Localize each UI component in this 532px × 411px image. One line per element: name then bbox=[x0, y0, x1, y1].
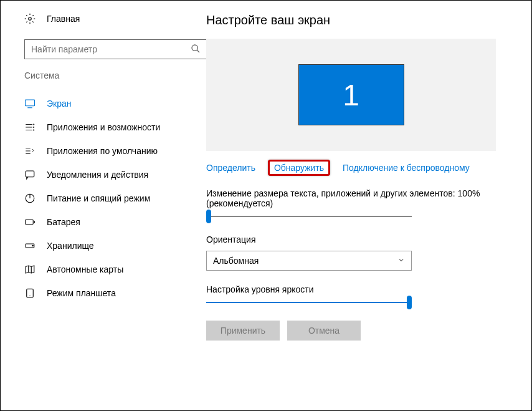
sidebar-item-battery[interactable]: Батарея bbox=[24, 210, 194, 234]
battery-icon bbox=[24, 216, 36, 228]
svg-line-2 bbox=[197, 50, 199, 52]
category-header: Система bbox=[24, 70, 194, 80]
search-input[interactable] bbox=[31, 44, 191, 54]
nav-label: Хранилище bbox=[47, 241, 94, 251]
svg-rect-14 bbox=[26, 171, 34, 177]
tablet-icon bbox=[24, 288, 36, 299]
nav-label: Приложения по умолчанию bbox=[47, 146, 158, 156]
sidebar-item-tablet[interactable]: Режим планшета bbox=[24, 281, 194, 305]
sidebar-item-apps[interactable]: Приложения и возможности bbox=[24, 115, 194, 139]
scaling-label: Изменение размера текста, приложений и д… bbox=[206, 188, 519, 208]
nav-label: Батарея bbox=[47, 217, 80, 227]
display-preview[interactable]: 1 bbox=[206, 39, 496, 151]
default-apps-icon bbox=[24, 145, 36, 157]
dropdown-value: Альбомная bbox=[213, 256, 259, 266]
sidebar-item-storage[interactable]: Хранилище bbox=[24, 234, 194, 258]
cancel-button[interactable]: Отмена bbox=[287, 321, 361, 341]
svg-point-0 bbox=[29, 17, 32, 21]
svg-rect-17 bbox=[26, 220, 34, 225]
sidebar-item-notifications[interactable]: Уведомления и действия bbox=[24, 163, 194, 186]
monitor-1[interactable]: 1 bbox=[298, 64, 404, 125]
sidebar-item-display[interactable]: Экран bbox=[24, 92, 194, 115]
page-title: Настройте ваш экран bbox=[206, 13, 519, 27]
display-icon bbox=[24, 98, 36, 109]
apply-button[interactable]: Применить bbox=[206, 321, 280, 341]
nav-label: Питание и спящий режим bbox=[47, 193, 150, 203]
identify-link[interactable]: Определить bbox=[206, 163, 255, 173]
nav-label: Уведомления и действия bbox=[47, 170, 148, 180]
sidebar-item-default-apps[interactable]: Приложения по умолчанию bbox=[24, 139, 194, 163]
maps-icon bbox=[24, 264, 36, 275]
brightness-label: Настройка уровня яркости bbox=[206, 284, 519, 294]
slider-thumb[interactable] bbox=[407, 296, 412, 309]
search-icon bbox=[191, 44, 201, 56]
notifications-icon bbox=[24, 169, 36, 180]
svg-point-8 bbox=[33, 124, 34, 125]
chevron-down-icon bbox=[397, 256, 405, 266]
nav-label: Автономные карты bbox=[47, 264, 123, 274]
brightness-slider[interactable] bbox=[206, 302, 412, 303]
apps-icon bbox=[24, 122, 36, 133]
orientation-dropdown[interactable]: Альбомная bbox=[206, 251, 412, 271]
svg-point-10 bbox=[33, 130, 34, 131]
slider-thumb[interactable] bbox=[206, 210, 211, 223]
home-label: Главная bbox=[47, 14, 80, 24]
orientation-label: Ориентация bbox=[206, 235, 519, 244]
sidebar-item-power[interactable]: Питание и спящий режим bbox=[24, 186, 194, 210]
home-link[interactable]: Главная bbox=[24, 13, 194, 24]
gear-icon bbox=[24, 13, 36, 24]
wireless-link[interactable]: Подключение к беспроводному bbox=[343, 163, 470, 173]
power-icon bbox=[24, 193, 36, 204]
search-box[interactable] bbox=[24, 39, 207, 59]
svg-point-9 bbox=[33, 127, 34, 128]
svg-rect-3 bbox=[26, 100, 35, 106]
nav-label: Режим планшета bbox=[47, 288, 116, 298]
svg-point-20 bbox=[32, 245, 34, 246]
nav-label: Экран bbox=[47, 99, 72, 109]
scaling-slider[interactable] bbox=[206, 216, 412, 217]
detect-link[interactable]: Обнаружить bbox=[268, 160, 330, 176]
svg-point-1 bbox=[192, 45, 197, 51]
sidebar-item-maps[interactable]: Автономные карты bbox=[24, 258, 194, 281]
nav-label: Приложения и возможности bbox=[47, 122, 160, 132]
storage-icon bbox=[24, 240, 36, 251]
